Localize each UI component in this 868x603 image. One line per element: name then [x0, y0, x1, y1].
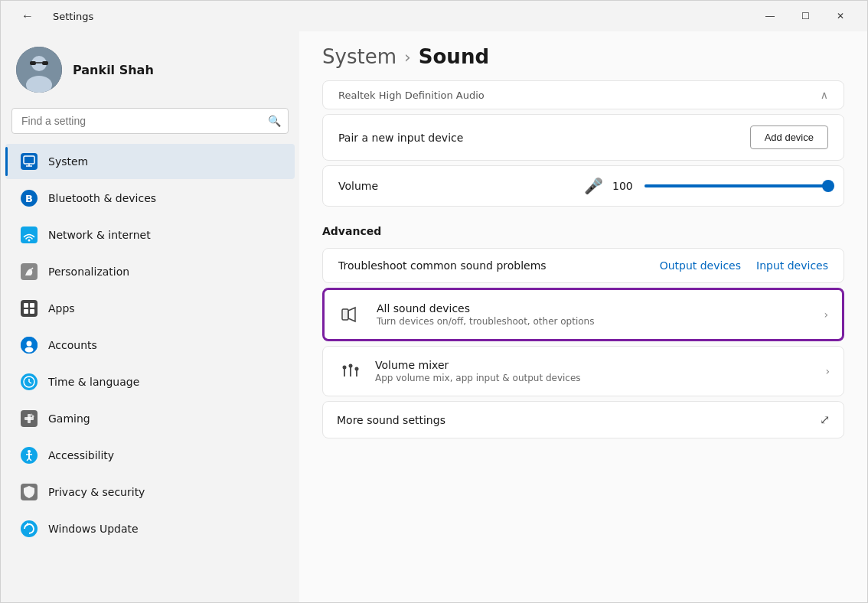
volume-row: Volume 🎤 100 [323, 166, 844, 206]
sidebar: Pankil Shah 🔍 System B Bluetooth & devic… [1, 31, 299, 602]
nav-system-label: System [48, 155, 88, 168]
speaker-icon [338, 301, 366, 328]
close-button[interactable]: ✕ [823, 4, 858, 28]
main-content: Pankil Shah 🔍 System B Bluetooth & devic… [1, 31, 867, 602]
sidebar-item-update[interactable]: Windows Update [5, 511, 295, 546]
slider-fill [644, 184, 828, 187]
main-panel: System › Sound Realtek High Definition A… [299, 31, 867, 602]
svg-rect-13 [24, 303, 28, 308]
gaming-icon [21, 410, 38, 427]
accounts-icon [21, 337, 38, 354]
sidebar-item-network[interactable]: Network & internet [5, 217, 295, 253]
add-device-button[interactable]: Add device [750, 125, 828, 149]
volume-slider[interactable] [644, 184, 828, 187]
sidebar-item-personalization[interactable]: Personalization [5, 254, 295, 289]
volume-mixer-row[interactable]: Volume mixer App volume mix, app input &… [323, 347, 844, 396]
svg-point-30 [28, 450, 31, 453]
minimize-button[interactable]: — [752, 4, 788, 28]
search-box: 🔍 [11, 108, 289, 134]
titlebar-controls: — ☐ ✕ [752, 4, 858, 28]
more-sound-card: More sound settings ⤢ [322, 401, 844, 438]
pair-input-label: Pair a new input device [338, 132, 750, 144]
more-sound-label: More sound settings [337, 414, 820, 426]
nav-personalization-label: Personalization [48, 266, 129, 278]
mixer-icon [337, 357, 364, 385]
system-icon [21, 153, 38, 170]
user-section: Pankil Shah [1, 31, 299, 108]
chevron-up-icon: ∧ [821, 89, 828, 101]
svg-point-43 [349, 364, 353, 368]
svg-rect-14 [30, 303, 34, 308]
volume-card: Volume 🎤 100 [322, 165, 844, 207]
svg-point-18 [27, 341, 32, 347]
troubleshoot-row: Troubleshoot common sound problems Outpu… [323, 249, 844, 282]
all-sound-info: All sound devices Turn devices on/off, t… [377, 302, 813, 327]
breadcrumb-current: Sound [419, 45, 489, 68]
sidebar-item-gaming[interactable]: Gaming [5, 401, 295, 436]
back-button[interactable]: ← [10, 4, 45, 28]
sidebar-item-bluetooth[interactable]: B Bluetooth & devices [5, 181, 295, 216]
more-sound-row[interactable]: More sound settings ⤢ [323, 402, 844, 438]
breadcrumb: System › Sound [299, 31, 867, 76]
user-name: Pankil Shah [73, 63, 154, 77]
svg-rect-3 [30, 61, 36, 65]
troubleshoot-label: Troubleshoot common sound problems [338, 259, 660, 272]
breadcrumb-separator: › [404, 47, 411, 67]
time-icon [21, 373, 38, 390]
search-input[interactable] [11, 108, 289, 134]
nav-accessibility-label: Accessibility [48, 449, 114, 461]
nav-apps-label: Apps [48, 302, 75, 315]
nav-gaming-label: Gaming [48, 412, 90, 425]
volume-mixer-name: Volume mixer [375, 359, 814, 371]
nav-network-label: Network & internet [48, 229, 151, 241]
nav-update-label: Windows Update [48, 523, 139, 535]
all-sound-devices-card[interactable]: All sound devices Turn devices on/off, t… [322, 288, 844, 341]
volume-label: Volume [338, 180, 575, 192]
volume-value: 100 [612, 180, 635, 192]
external-link-icon: ⤢ [820, 412, 830, 427]
sidebar-item-system[interactable]: System [5, 144, 295, 179]
input-devices-link[interactable]: Input devices [756, 259, 828, 272]
output-devices-link[interactable]: Output devices [660, 259, 741, 272]
svg-rect-6 [24, 156, 34, 164]
troubleshoot-card: Troubleshoot common sound problems Outpu… [322, 248, 844, 283]
privacy-icon [21, 484, 38, 500]
svg-point-19 [25, 347, 34, 353]
sidebar-item-privacy[interactable]: Privacy & security [5, 474, 295, 510]
svg-rect-26 [24, 417, 34, 420]
sidebar-item-apps[interactable]: Apps [5, 291, 295, 326]
sidebar-item-time[interactable]: Time & language [5, 364, 295, 399]
nav-accounts-label: Accounts [48, 339, 97, 351]
nav-bluetooth-label: Bluetooth & devices [48, 192, 156, 204]
svg-rect-15 [24, 309, 28, 314]
svg-point-44 [355, 367, 359, 371]
slider-thumb [822, 180, 834, 192]
volume-mixer-card: Volume mixer App volume mix, app input &… [322, 346, 844, 396]
svg-point-36 [21, 520, 38, 537]
realtek-card: Realtek High Definition Audio ∧ [322, 80, 844, 109]
maximize-button[interactable]: ☐ [788, 4, 823, 28]
realtek-row: Realtek High Definition Audio ∧ [323, 81, 844, 109]
svg-rect-38 [342, 309, 348, 320]
svg-point-28 [31, 414, 33, 416]
realtek-label: Realtek High Definition Audio [338, 90, 485, 101]
apps-icon [21, 300, 38, 317]
microphone-icon: 🎤 [584, 177, 603, 195]
breadcrumb-parent: System [322, 45, 396, 68]
svg-rect-4 [42, 61, 48, 65]
update-icon [21, 520, 38, 537]
accessibility-icon [21, 447, 38, 464]
troubleshoot-links: Output devices Input devices [660, 259, 828, 272]
sidebar-item-accessibility[interactable]: Accessibility [5, 438, 295, 473]
svg-rect-16 [30, 309, 34, 314]
titlebar-left: ← Settings [10, 4, 93, 28]
network-icon [21, 227, 38, 243]
settings-window: ← Settings — ☐ ✕ [0, 0, 868, 603]
chevron-right-icon-mixer: › [825, 365, 830, 377]
chevron-right-icon: › [824, 308, 828, 321]
personalization-icon [21, 263, 38, 280]
volume-mixer-info: Volume mixer App volume mix, app input &… [375, 359, 814, 383]
sidebar-item-accounts[interactable]: Accounts [5, 328, 295, 363]
all-sound-row[interactable]: All sound devices Turn devices on/off, t… [325, 290, 842, 339]
svg-point-10 [28, 240, 31, 242]
